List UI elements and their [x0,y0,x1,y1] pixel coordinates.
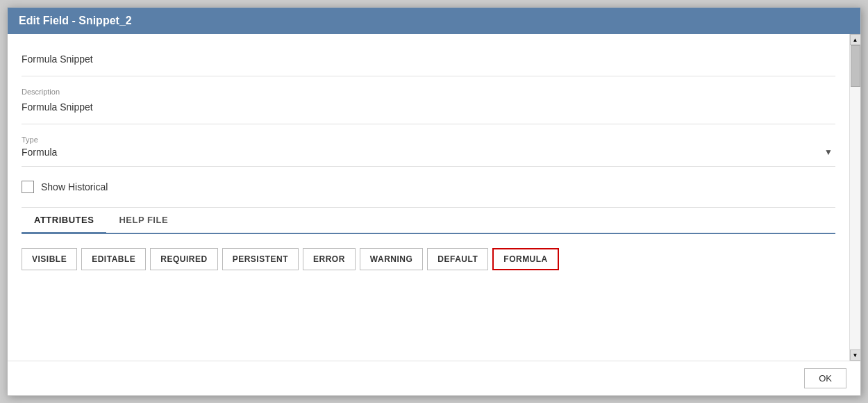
attr-btn-formula[interactable]: FORMULA [492,248,559,270]
tab-attributes[interactable]: ATTRIBUTES [22,208,106,234]
attr-btn-persistent[interactable]: PERSISTENT [222,248,299,270]
scrollbar: ▲ ▼ [849,34,860,361]
type-select[interactable]: Formula ▼ [22,147,835,158]
attr-btn-error[interactable]: ERROR [303,248,356,270]
tabs-nav: ATTRIBUTES HELP FILE [22,208,835,234]
type-field-section: Type Formula ▼ [22,130,835,167]
ok-button[interactable]: OK [804,368,846,388]
scroll-up-arrow[interactable]: ▲ [850,34,861,45]
attr-btn-warning[interactable]: WARNING [360,248,424,270]
tabs-section: ATTRIBUTES HELP FILE VISIBLE EDITABLE RE… [22,207,835,276]
show-historical-checkbox[interactable] [22,181,34,193]
type-label: Type [22,135,835,144]
description-value: Formula Snippet [22,99,835,115]
attr-btn-editable[interactable]: EDITABLE [81,248,146,270]
dialog-title: Edit Field - Snippet_2 [19,15,132,26]
tab-help-file[interactable]: HELP FILE [106,208,181,233]
dropdown-arrow-icon: ▼ [824,147,833,157]
dialog-footer: OK [8,361,860,395]
name-field-section: Formula Snippet [22,45,835,76]
attr-btn-default[interactable]: DEFAULT [427,248,488,270]
dialog-content: Formula Snippet Description Formula Snip… [8,34,849,361]
attribute-buttons-container: VISIBLE EDITABLE REQUIRED PERSISTENT ERR… [22,242,835,276]
attr-btn-visible[interactable]: VISIBLE [22,248,77,270]
description-label: Description [22,88,835,96]
show-historical-label: Show Historical [41,181,108,192]
edit-field-dialog: Edit Field - Snippet_2 Formula Snippet D… [7,7,861,396]
name-value: Formula Snippet [22,51,835,67]
description-field-section: Description Formula Snippet [22,82,835,124]
dialog-header: Edit Field - Snippet_2 [8,8,860,34]
type-value: Formula [22,147,824,158]
scrollbar-thumb[interactable] [851,45,860,87]
scroll-down-arrow[interactable]: ▼ [850,349,861,361]
show-historical-row: Show Historical [22,172,835,199]
attr-btn-required[interactable]: REQUIRED [150,248,217,270]
scrollbar-track[interactable] [850,45,860,349]
dialog-body: Formula Snippet Description Formula Snip… [8,34,860,361]
